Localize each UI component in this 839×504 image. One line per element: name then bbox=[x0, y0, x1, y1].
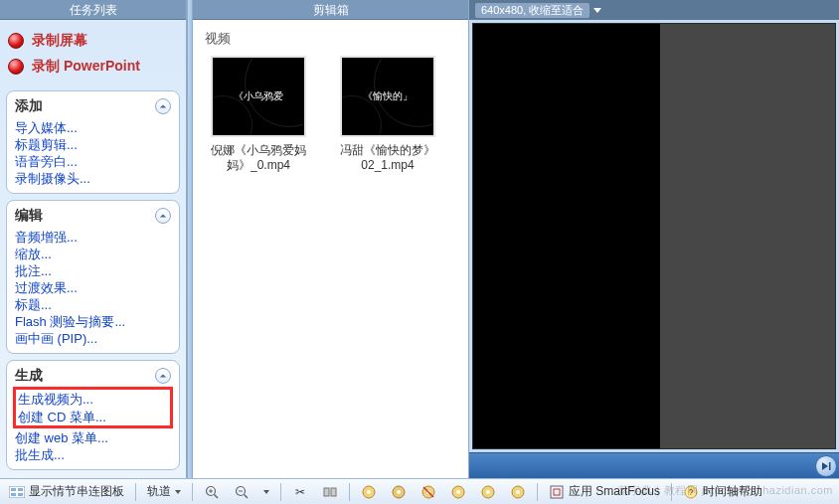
disc-icon bbox=[391, 484, 407, 500]
highlight-annotation: 生成视频为... 创建 CD 菜单... bbox=[13, 387, 173, 428]
show-storyboard-button[interactable]: 显示情节串连图板 bbox=[4, 480, 129, 503]
create-web-menu-link[interactable]: 创建 web 菜单... bbox=[15, 429, 171, 446]
svg-point-15 bbox=[367, 490, 371, 494]
sidebar-title: 任务列表 bbox=[0, 0, 186, 20]
svg-rect-4 bbox=[18, 493, 23, 496]
split-button[interactable] bbox=[317, 481, 343, 503]
batch-produce-link[interactable]: 批生成... bbox=[15, 446, 171, 463]
disc-icon bbox=[420, 484, 436, 500]
preview-pane: 640x480, 收缩至适合 bbox=[469, 0, 839, 478]
svg-point-25 bbox=[516, 490, 520, 494]
record-screen-button[interactable]: 录制屏幕 bbox=[6, 28, 180, 54]
record-actions: 录制屏幕 录制 PowerPoint bbox=[0, 20, 186, 87]
panel-add: 添加 导入媒体... 标题剪辑... 语音旁白... 录制摄像头... bbox=[6, 90, 180, 194]
panel-produce: 生成 生成视频为... 创建 CD 菜单... 创建 web 菜单... 批生成… bbox=[6, 360, 180, 470]
tool-button-5[interactable] bbox=[475, 481, 501, 503]
clip-label: 冯甜《愉快的梦》 02_1.mp4 bbox=[340, 143, 435, 173]
clip-thumbnail: 《小乌鸦爱 bbox=[211, 56, 306, 137]
preview-toolbar: 640x480, 收缩至适合 bbox=[469, 0, 839, 20]
preview-video-area bbox=[473, 24, 660, 448]
produce-video-as-link[interactable]: 生成视频为... bbox=[18, 392, 93, 407]
panel-produce-title: 生成 bbox=[15, 367, 43, 385]
dropdown-icon[interactable] bbox=[593, 8, 601, 13]
svg-line-6 bbox=[215, 494, 219, 498]
svg-rect-26 bbox=[551, 486, 563, 498]
title-clip-link[interactable]: 标题剪辑... bbox=[15, 136, 171, 153]
svg-rect-2 bbox=[18, 488, 23, 491]
next-button[interactable] bbox=[815, 455, 837, 477]
smartfocus-icon bbox=[549, 484, 565, 500]
record-icon bbox=[8, 33, 24, 49]
svg-point-23 bbox=[486, 490, 490, 494]
tool-button-1[interactable] bbox=[356, 481, 382, 503]
clip-label: 倪娜《小乌鸦爱妈 妈》_0.mp4 bbox=[211, 143, 306, 173]
panel-edit-title: 编辑 bbox=[15, 207, 43, 225]
disc-icon bbox=[361, 484, 377, 500]
import-media-link[interactable]: 导入媒体... bbox=[15, 119, 171, 136]
record-powerpoint-button[interactable]: 录制 PowerPoint bbox=[6, 54, 180, 80]
panel-add-title: 添加 bbox=[15, 97, 43, 115]
preview-controls bbox=[469, 452, 839, 478]
record-icon bbox=[8, 59, 24, 75]
disc-icon bbox=[480, 484, 496, 500]
svg-rect-27 bbox=[554, 489, 560, 495]
audio-enhance-link[interactable]: 音频增强... bbox=[15, 229, 171, 246]
svg-rect-1 bbox=[11, 488, 16, 491]
panel-edit: 编辑 音频增强... 缩放... 批注... 过渡效果... 标题... Fla… bbox=[6, 200, 180, 354]
clip-item[interactable]: 《小乌鸦爱 倪娜《小乌鸦爱妈 妈》_0.mp4 bbox=[205, 56, 312, 173]
clip-bin-title: 剪辑箱 bbox=[193, 0, 468, 20]
disc-icon bbox=[450, 484, 466, 500]
collapse-button[interactable] bbox=[155, 208, 171, 224]
preview-size-info[interactable]: 640x480, 收缩至适合 bbox=[475, 3, 589, 18]
svg-rect-12 bbox=[324, 488, 329, 496]
dropdown-icon bbox=[175, 490, 181, 494]
tool-button-6[interactable] bbox=[505, 481, 531, 503]
preview-canvas[interactable] bbox=[472, 23, 836, 449]
section-label: 视频 bbox=[193, 20, 468, 52]
zoom-out-icon bbox=[234, 484, 250, 500]
storyboard-icon bbox=[9, 484, 25, 500]
disc-icon bbox=[510, 484, 526, 500]
zoom-dropdown[interactable] bbox=[258, 487, 274, 497]
svg-rect-13 bbox=[331, 488, 336, 496]
flash-quiz-link[interactable]: Flash 测验与摘要... bbox=[15, 313, 171, 330]
scissors-icon: ✂ bbox=[292, 484, 308, 500]
collapse-button[interactable] bbox=[155, 368, 171, 384]
captions-link[interactable]: 标题... bbox=[15, 296, 171, 313]
zoom-out-button[interactable] bbox=[229, 481, 254, 503]
clip-item[interactable]: 《愉快的」 冯甜《愉快的梦》 02_1.mp4 bbox=[334, 56, 441, 173]
create-cd-menu-link[interactable]: 创建 CD 菜单... bbox=[18, 410, 106, 424]
tool-button-2[interactable] bbox=[386, 481, 412, 503]
callouts-link[interactable]: 批注... bbox=[15, 262, 171, 279]
clip-thumbnail: 《愉快的」 bbox=[340, 56, 435, 137]
zoom-in-button[interactable] bbox=[199, 481, 225, 503]
sidebar: 任务列表 录制屏幕 录制 PowerPoint 添加 导入媒体... 标题剪辑.… bbox=[0, 0, 187, 478]
tool-button-4[interactable] bbox=[445, 481, 471, 503]
watermark: 落字典｜教程网 jiaocheng.chazidian.com bbox=[618, 483, 833, 498]
svg-rect-3 bbox=[11, 493, 16, 496]
transitions-link[interactable]: 过渡效果... bbox=[15, 279, 171, 296]
svg-point-21 bbox=[456, 490, 460, 494]
svg-rect-0 bbox=[9, 486, 25, 498]
svg-line-10 bbox=[245, 494, 249, 498]
track-dropdown[interactable]: 轨道 bbox=[142, 480, 186, 503]
svg-point-17 bbox=[397, 490, 401, 494]
split-icon bbox=[322, 484, 338, 500]
pip-link[interactable]: 画中画 (PIP)... bbox=[15, 330, 171, 347]
cut-button[interactable]: ✂ bbox=[287, 481, 313, 503]
dropdown-icon bbox=[263, 490, 269, 494]
voice-narration-link[interactable]: 语音旁白... bbox=[15, 153, 171, 170]
zoom-in-icon bbox=[204, 484, 220, 500]
collapse-button[interactable] bbox=[155, 98, 171, 114]
zoom-link[interactable]: 缩放... bbox=[15, 246, 171, 262]
tool-button-3[interactable] bbox=[416, 481, 441, 503]
record-camera-link[interactable]: 录制摄像头... bbox=[15, 170, 171, 187]
clip-bin: 剪辑箱 视频 《小乌鸦爱 倪娜《小乌鸦爱妈 妈》_0.mp4 《愉快的」 bbox=[193, 0, 469, 478]
